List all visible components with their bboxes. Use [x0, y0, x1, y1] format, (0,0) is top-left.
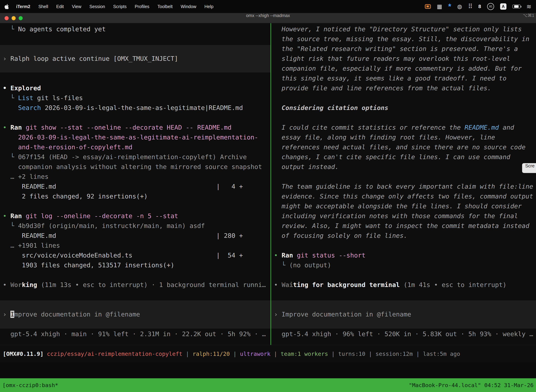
text-segment: git show --stat --oneline --decorate HEA… [22, 124, 231, 131]
omx-segment: ultrawork [240, 350, 270, 357]
terminal-line: evidence. Since this change only affects… [274, 191, 533, 201]
text-segment: • Explored [3, 84, 41, 92]
signal-icon[interactable]: ≋ [526, 3, 531, 10]
terminal-area[interactable]: └ No agents completed yet› Ralph loop ac… [0, 23, 536, 345]
text-segment: 2026-03-09-is-legal-the-same-as-legitima… [3, 134, 258, 141]
terminal-line: • Ran git show --stat --oneline --decora… [3, 123, 231, 132]
text-segment: gpt-5.4 xhigh · 96% left · 520K in · 5.8… [274, 330, 533, 338]
text-segment: README.md | 4 + [3, 183, 243, 190]
terminal-line: essay file, along with finding root file… [274, 132, 495, 142]
tmux-session-info: [omx-cczip0:bash* [2, 382, 58, 388]
input-source-label: A [502, 4, 505, 9]
menu-item-window[interactable]: Window [181, 4, 196, 9]
terminal-line: • Explored [3, 83, 41, 93]
omx-segment: session:12m [375, 350, 413, 357]
right-pane[interactable]: However, I noticed the "Directory Struct… [271, 23, 536, 345]
dots-grid-icon[interactable]: ⠿ [468, 3, 472, 10]
window-grid-icon[interactable]: ▦ [437, 3, 442, 10]
battery-fill [514, 5, 519, 8]
text-segment: (1m 41s • esc to interrupt) [400, 281, 507, 288]
terminal-line: and-the-erosion-of-copyleft.md [3, 142, 132, 152]
menu-item-profiles[interactable]: Profiles [135, 4, 149, 9]
text-segment: I could cite commit statistics or refere… [274, 124, 464, 131]
text-segment: slight risk that future readers may over… [274, 55, 510, 62]
text-segment: › [3, 55, 10, 62]
terminal-line: └ (no output) [274, 260, 331, 270]
menu-item-shell[interactable]: Shell [38, 4, 48, 9]
terminal-line: including verification notes with those … [274, 211, 518, 221]
menu-item-help[interactable]: Help [204, 4, 213, 9]
terminal-line: changes, I can't cite specific file line… [274, 152, 510, 162]
screen-overlay-tab[interactable]: Scre [522, 163, 536, 173]
omx-segment: | [270, 350, 281, 357]
menu-item-edit[interactable]: Edit [56, 4, 64, 9]
window-title-bar[interactable]: omx --xhigh --madmax ⌥⌘1 [0, 13, 536, 23]
close-window-button[interactable] [5, 16, 9, 20]
terminal-line: gpt-5.4 xhigh · 96% left · 520K in · 5.8… [274, 329, 533, 339]
terminal-line: review. Also, I might want to inspect th… [274, 221, 529, 231]
minimize-window-button[interactable] [12, 16, 16, 20]
text-segment: git ls-files [33, 94, 83, 102]
battery-icon[interactable] [512, 5, 521, 9]
blue-app-icon[interactable]: * [448, 5, 451, 8]
omx-status-line: [OMX#0.11.9] cczip/essay/ai-reimplementa… [3, 350, 460, 357]
terminal-line: I could cite commit statistics or refere… [274, 123, 514, 132]
left-pane[interactable]: └ No agents completed yet› Ralph loop ac… [0, 23, 270, 345]
text-segment: and-the-erosion-of-copyleft.md [3, 144, 132, 151]
text-segment: README.md | 280 + [3, 232, 243, 239]
gauge-value: .61 [488, 5, 492, 8]
text-segment: • [3, 212, 10, 219]
terminal-line: README.md | 280 + [3, 231, 243, 241]
window-shortcut-hint: ⌥⌘1 [523, 13, 534, 18]
text-segment: However, I noticed the "Directory Struct… [274, 25, 522, 33]
text-segment: 2 files changed, 92 insertions(+) [3, 193, 148, 200]
menu-item-scripts[interactable]: Scripts [113, 4, 127, 9]
circle-app-icon[interactable]: ◍ [457, 3, 462, 10]
menu-item-toolbelt[interactable]: Toolbelt [157, 4, 172, 9]
terminal-line: The team guideline is to back every impo… [274, 182, 533, 191]
text-segment: Considering citation options [274, 104, 388, 111]
terminal-line: the source tree, missing the essay. Stil… [274, 34, 529, 44]
text-segment: 2026-03-09-is-legal-the-same-as-legitima… [41, 104, 243, 111]
omx-segment: | [328, 350, 338, 357]
terminal-line: companion analysis without altering the … [3, 162, 262, 172]
terminal-line: 1903 files changed, 513517 insertions(+) [3, 260, 174, 270]
terminal-line: slight risk that future readers may over… [274, 54, 510, 64]
text-segment: and [499, 124, 514, 131]
menu-bar: iTerm2ShellEditViewSessionScriptsProfile… [0, 0, 536, 13]
menu-item-view[interactable]: View [72, 4, 81, 9]
text-segment: the "Related research writing" section i… [274, 45, 518, 52]
gauge-icon[interactable]: .61 [487, 3, 494, 10]
text-segment: README.md [464, 124, 499, 131]
text-segment: the source tree, missing the essay. Stil… [274, 35, 529, 42]
tmux-status-bar: [omx-cczip0:bash* "MacBook-Pro-44.local"… [0, 378, 536, 392]
omx-segment: | [413, 350, 423, 357]
text-segment: review. Also, I might want to inspect th… [274, 222, 529, 229]
terminal-line: references need actual files, and since … [274, 142, 526, 152]
text-segment: might be acceptable alongside the file l… [274, 202, 522, 210]
terminal-line: └ 4b9d30f (origin/main, instructkr/main,… [3, 221, 205, 231]
input-source-icon[interactable]: A [500, 3, 507, 10]
terminal-line: › Ralph loop active continue [OMX_TMUX_I… [3, 54, 178, 64]
text-segment: Ran [282, 252, 293, 259]
menu-status-icons: ▦ * ◍ ⠿ 8 .61 A ≋ [425, 3, 531, 10]
omx-segment: turns:10 [338, 350, 365, 357]
screen-recording-indicator[interactable] [425, 4, 431, 9]
omx-segment: | [182, 350, 192, 357]
zoom-window-button[interactable] [19, 16, 23, 20]
terminal-line: README.md | 4 + [3, 182, 243, 191]
terminal-line: › Improve documentation in @filename [3, 309, 140, 319]
omx-segment: | [230, 350, 240, 357]
text-segment: • [274, 252, 282, 259]
apple-menu-icon[interactable] [5, 4, 9, 9]
terminal-line: output instead. [274, 162, 339, 172]
omx-segment: last:5m ago [423, 350, 460, 357]
number-8-icon[interactable]: 8 [478, 4, 481, 9]
menu-item-iterm2[interactable]: iTerm2 [16, 4, 30, 9]
menu-item-session[interactable]: Session [90, 4, 105, 9]
text-segment: No agents completed yet [18, 25, 106, 33]
window-title: omx --xhigh --madmax [0, 13, 536, 18]
terminal-line: provide file and line references from th… [274, 83, 491, 93]
text-segment: └ [3, 94, 18, 102]
terminal-line: • Ran git log --oneline --decorate -n 5 … [3, 211, 178, 221]
